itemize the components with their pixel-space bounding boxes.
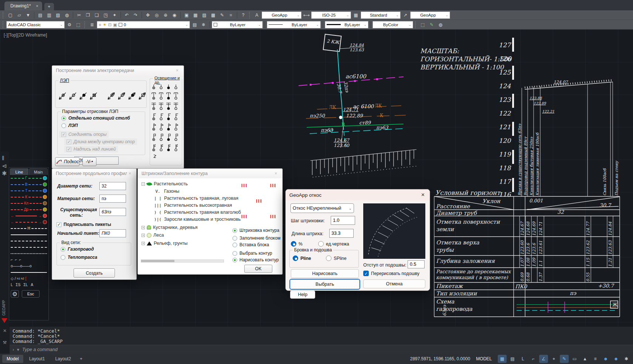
tree-item-vegetation[interactable]: − Растительность (142, 181, 188, 186)
scarp-dialog-titlebar[interactable]: GeoApp откос × (286, 189, 430, 200)
radio-block-fill[interactable]: Заполнение блоком (232, 236, 280, 241)
tree-item-tallgrass[interactable]: ||| Растительность высокотравная (153, 203, 232, 208)
warning-triangle-icon[interactable] (1, 318, 7, 323)
layer-toggle-icon[interactable] (43, 207, 47, 212)
scarp-type-combo[interactable]: Откос НЕукрепленный ⌄ (290, 203, 354, 213)
command-input-placeholder[interactable]: Type a command (22, 347, 58, 352)
user-icon[interactable]: ☻ (601, 355, 610, 363)
lighting-pole-buttons[interactable] (151, 82, 181, 162)
close-icon[interactable]: × (273, 171, 279, 176)
tree-item-reeds[interactable]: )|( Заросли камышовые и тростниковь (153, 217, 241, 222)
dim-style-combo[interactable]: ISO-25⌄ (311, 11, 351, 19)
checkbox-connect-poles[interactable]: ✓ Соединять опоры (59, 131, 109, 138)
layer-on-icon[interactable]: ○ (99, 23, 101, 27)
linetype-combo[interactable]: ByLayer⌄ (267, 21, 321, 28)
tab-line[interactable]: Line (10, 168, 28, 175)
radio-heat[interactable]: Теплотрасса (61, 255, 97, 260)
close-icon[interactable]: × (420, 192, 426, 198)
toolbar-grip[interactable] (3, 12, 4, 18)
polar-icon[interactable]: ⌐ (529, 355, 538, 363)
undo-icon[interactable]: ↶ (123, 11, 131, 19)
tree-item-shrubs[interactable]: + Кустарники, деревья (142, 225, 197, 230)
tree-item-grass-meadow[interactable]: | | Растительность травяная, луговая (153, 196, 238, 201)
linetype-row-v[interactable]: В (9, 181, 48, 188)
esc-button[interactable]: Esc (22, 290, 40, 298)
tree-item-grass-moisture[interactable]: ) ( Растительность травяная влаголюб (153, 210, 241, 215)
pan-icon[interactable]: ✥ (144, 11, 152, 19)
close-icon[interactable]: × (174, 68, 180, 73)
table-style-icon[interactable]: ▦ (352, 11, 360, 19)
match-properties-icon[interactable]: ◳ (102, 11, 110, 19)
osnap-icon[interactable]: ∠ (539, 355, 548, 363)
tool-SL[interactable]: ΣL (23, 283, 28, 287)
otrack-icon[interactable]: ⌖ (549, 355, 558, 363)
properties-icon[interactable]: ▣ (183, 11, 191, 19)
linetype-row-k[interactable]: К (9, 194, 48, 200)
layer-states-icon[interactable]: ▤ (191, 21, 199, 28)
zoom-realtime-icon[interactable]: ◎ (153, 11, 161, 19)
tab-layout2[interactable]: Layout2 (51, 355, 75, 363)
grid-icon[interactable]: ▦ (498, 355, 507, 363)
diameter-field[interactable] (99, 182, 126, 190)
material-field[interactable] (99, 195, 126, 203)
radio-hatch-contour[interactable]: Штриховка контура (232, 228, 279, 233)
tree-horizontal-scrollbar[interactable] (141, 260, 224, 262)
checkbox-span-length[interactable]: ✓ Длина между центрами опор (64, 138, 137, 145)
wrench-icon[interactable]: ⚒ (3, 340, 7, 345)
ortho-icon[interactable]: L (518, 355, 527, 363)
checkbox-line-label[interactable]: ✓ Надпись над линией (64, 146, 118, 152)
plot-style-combo[interactable]: ByColor⌄ (372, 21, 413, 28)
radio-select-contour[interactable]: Выбрать контур (232, 251, 272, 256)
tab-layout1[interactable]: Layout1 (25, 355, 50, 363)
viewport-controls[interactable]: [-][Top][2D Wireframe] (4, 32, 47, 38)
zoom-previous-icon[interactable]: ◉ (170, 11, 178, 19)
ok-button[interactable]: OK (244, 265, 272, 273)
mleader-style-combo[interactable]: GeoApp⌄ (410, 11, 450, 19)
layer-freeze-icon[interactable]: ❄ (200, 21, 208, 28)
paste-icon[interactable]: ❑ (93, 11, 101, 19)
new-tab-button[interactable]: + (44, 3, 54, 10)
checkbox-label-pickets[interactable]: ✓ Подписывать пикеты (57, 222, 111, 227)
toolbar-grip[interactable] (415, 21, 417, 28)
command-window[interactable]: ✕ ⚒ Command: *Cancel* Command: *Cancel* … (0, 327, 633, 354)
clip-icon[interactable]: ⬚ (419, 21, 427, 28)
plot-icon[interactable]: ▤ (36, 11, 44, 19)
layer-toggle-icon[interactable] (43, 201, 47, 205)
linetype-row-arrow1[interactable]: ←→ (9, 213, 48, 219)
expand-box-icon[interactable]: + (142, 234, 145, 237)
layer-toggle-icon[interactable] (43, 182, 47, 186)
cut-icon[interactable]: ✂ (75, 11, 83, 19)
drawing-canvas[interactable]: [-][Top][2D Wireframe] 2 КЖ 124.84 123.6… (0, 30, 633, 327)
workspace-settings-icon[interactable]: ⚙ (65, 21, 74, 28)
mleader-style-icon[interactable]: ↗ (401, 11, 409, 19)
linetype-row-arrow2[interactable]: ←→ (9, 219, 48, 225)
tab-main[interactable]: Main (29, 168, 48, 175)
tool-SS[interactable]: ΣS (16, 283, 21, 287)
symbol-row-hooks[interactable]: ⌐ ⌐ ⌐ (9, 257, 48, 263)
layer-combo[interactable]: ○ ☀ ⊡ ▣ 0 ⌄ (97, 21, 190, 28)
tool-L[interactable]: L (11, 283, 13, 287)
select-button[interactable]: Выбрать (290, 279, 360, 289)
symbol-row-profile[interactable]: ◇ / h1 h2 [ (9, 275, 48, 282)
radio-drawing-units[interactable]: ед.чертежа (318, 241, 349, 247)
lep-dialog-titlebar[interactable]: Построение линии электропередачи × (52, 66, 184, 75)
dim-style-icon[interactable]: ⟷ (302, 11, 310, 19)
linetype-row-dash2[interactable] (9, 238, 48, 244)
layer-toggle-icon[interactable] (43, 214, 47, 218)
radio-percent[interactable]: % (291, 241, 303, 247)
symbol-row-line[interactable] (9, 269, 48, 275)
toolbar-grip[interactable] (84, 21, 86, 28)
linetype-row-g[interactable]: Г (9, 175, 48, 181)
dash-length-field[interactable] (329, 229, 354, 238)
voltage-field[interactable] (74, 157, 119, 165)
web-publish-icon[interactable]: ◍ (63, 11, 71, 19)
radio-gas[interactable]: Газопровод (61, 247, 94, 252)
command-input-row[interactable]: › ▾ Type a command (10, 345, 633, 354)
model-space-toggle[interactable]: MODEL (472, 355, 496, 363)
sheet-set-icon[interactable]: ▩ (209, 11, 217, 19)
file-check-icon[interactable]: ✎ (428, 21, 436, 28)
linetype-row-dots[interactable] (9, 250, 48, 257)
pin-icon[interactable]: ‖ (2, 155, 4, 162)
table-style-combo[interactable]: Standard⌄ (361, 11, 401, 19)
color-combo[interactable]: ByLayer⌄ (212, 21, 263, 28)
